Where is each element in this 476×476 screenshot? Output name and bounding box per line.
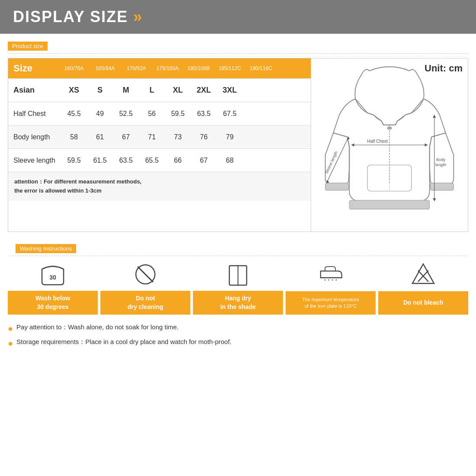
size-col-headers: XS S M L XL 2XL 3XL [61, 86, 306, 95]
val-hc-l: 56 [139, 110, 165, 118]
svg-rect-2 [325, 183, 349, 190]
no-dry-clean-label: Do notdry cleaning [100, 291, 190, 315]
size-header-label: Size [13, 63, 61, 74]
hang-dry-icon [225, 261, 251, 288]
val-bl-xs: 58 [61, 133, 87, 141]
size-code-1: 165/84A [92, 65, 118, 71]
washing-divider [8, 256, 468, 256]
row-label-body-length: Body length [13, 133, 61, 141]
size-code-0: 160/76A [61, 65, 87, 71]
unit-label: Unit: cm [425, 63, 463, 74]
product-size-label: Product size [8, 42, 48, 51]
no-dry-clean-icon [132, 261, 158, 288]
hoodie-svg: Half Chest Sleeve length Body length [316, 63, 463, 227]
svg-point-29 [336, 280, 337, 281]
washing-section: Washing Instructions 30 Wash below30 deg… [8, 236, 468, 315]
size-section: Size 160/76A 165/84A 170/92A 175/100A 18… [8, 58, 468, 232]
svg-marker-8 [351, 143, 354, 146]
divider-line [8, 53, 468, 54]
asian-label: Asian [13, 86, 61, 95]
row-label-sleeve-length: Sleeve length [13, 157, 61, 164]
table-row-sleeve-length: Sleeve length 59.5 61.5 63.5 65.5 66 67 … [8, 148, 311, 172]
col-xl: XL [165, 86, 191, 95]
row-values-half-chest: 45.5 49 52.5 56 59.5 63.5 67.5 [61, 110, 306, 118]
svg-text:Body: Body [436, 158, 445, 162]
col-l: L [139, 86, 165, 95]
size-code-5: 185/112C [217, 65, 243, 71]
val-sl-xl: 66 [165, 157, 191, 164]
no-bleach-icon [410, 261, 436, 289]
table-row-half-chest: Half Chest 45.5 49 52.5 56 59.5 63.5 67.… [8, 102, 311, 125]
no-bleach-label: Do not bleach [378, 291, 468, 315]
size-table: Size 160/76A 165/84A 170/92A 175/100A 18… [8, 58, 311, 232]
hang-dry-label: Hang dryin the shade [193, 291, 283, 315]
svg-text:Half Chest: Half Chest [367, 139, 388, 144]
washing-label: Washing Instructions [16, 244, 76, 253]
col-s: S [87, 86, 113, 95]
val-bl-3xl: 79 [217, 133, 243, 141]
size-code-6: 190/116C [248, 65, 274, 71]
attention-text: attention：For different measurement meth… [14, 177, 305, 196]
val-sl-m: 63.5 [113, 157, 139, 164]
col-m: M [113, 86, 139, 95]
val-hc-m: 52.5 [113, 110, 139, 118]
size-code-4: 180/108B [186, 65, 212, 71]
page-title: DISPLAY SIZE [13, 8, 128, 26]
table-row-body-length: Body length 58 61 67 71 73 76 79 [8, 125, 311, 148]
svg-rect-1 [387, 127, 391, 129]
val-hc-xs: 45.5 [61, 110, 87, 118]
svg-marker-16 [433, 115, 436, 117]
iron-label: The maximum temperatureof the iron plate… [286, 291, 376, 315]
col-headers-row: Asian XS S M L XL 2XL 3XL [8, 78, 311, 102]
size-codes-row: 160/76A 165/84A 170/92A 175/100A 180/108… [61, 65, 306, 71]
wash-30-icon: 30 [40, 261, 66, 288]
col-3xl: 3XL [217, 86, 243, 95]
note-bullet-0: ● [8, 323, 13, 334]
svg-line-22 [138, 267, 153, 282]
val-sl-3xl: 68 [217, 157, 243, 164]
svg-point-26 [325, 280, 326, 281]
svg-marker-17 [433, 198, 436, 201]
val-sl-s: 61.5 [87, 157, 113, 164]
val-bl-2xl: 76 [191, 133, 217, 141]
wash-item-hang-dry: Hang dryin the shade [193, 261, 283, 315]
note-item-0: ● Pay attention to：Wash alone, do not so… [8, 323, 468, 334]
svg-text:30: 30 [49, 274, 56, 281]
wash-item-no-dry-clean: Do notdry cleaning [100, 261, 190, 315]
val-hc-3xl: 67.5 [217, 110, 243, 118]
note-text-1: Storage requirements：Place in a cool dry… [16, 338, 232, 346]
note-bullet-1: ● [8, 338, 13, 348]
header-arrows-icon: » [133, 8, 142, 26]
note-text-0: Pay attention to：Wash alone, do not soak… [16, 323, 179, 331]
size-header-row: Size 160/76A 165/84A 170/92A 175/100A 18… [8, 58, 311, 78]
wash-item-iron: The maximum temperatureof the iron plate… [286, 261, 376, 315]
col-xs: XS [61, 86, 87, 95]
notes-section: ● Pay attention to：Wash alone, do not so… [8, 323, 468, 348]
val-hc-xl: 59.5 [165, 110, 191, 118]
wash-item-no-bleach: Do not bleach [378, 261, 468, 315]
val-sl-xs: 59.5 [61, 157, 87, 164]
row-values-sleeve-length: 59.5 61.5 63.5 65.5 66 67 68 [61, 157, 306, 164]
hoodie-diagram: Unit: cm [311, 58, 468, 232]
svg-marker-9 [425, 143, 428, 146]
row-label-half-chest: Half Chest [13, 110, 61, 118]
wash-item-30: 30 Wash below30 degrees [8, 261, 98, 315]
svg-text:length: length [435, 163, 446, 167]
size-code-2: 170/92A [123, 65, 149, 71]
val-bl-l: 71 [139, 133, 165, 141]
note-item-1: ● Storage requirements：Place in a cool d… [8, 338, 468, 348]
svg-rect-3 [431, 183, 454, 190]
wash-30-label: Wash below30 degrees [8, 291, 98, 315]
page-header: DISPLAY SIZE » [0, 0, 476, 34]
val-bl-xl: 73 [165, 133, 191, 141]
size-code-3: 175/100A [154, 65, 180, 71]
svg-point-27 [328, 280, 329, 281]
val-hc-s: 49 [87, 110, 113, 118]
val-sl-2xl: 67 [191, 157, 217, 164]
attention-row: attention：For different measurement meth… [8, 172, 311, 201]
val-bl-s: 61 [87, 133, 113, 141]
col-2xl: 2XL [191, 86, 217, 95]
svg-marker-30 [412, 264, 434, 283]
val-hc-2xl: 63.5 [191, 110, 217, 118]
iron-icon [318, 261, 344, 289]
